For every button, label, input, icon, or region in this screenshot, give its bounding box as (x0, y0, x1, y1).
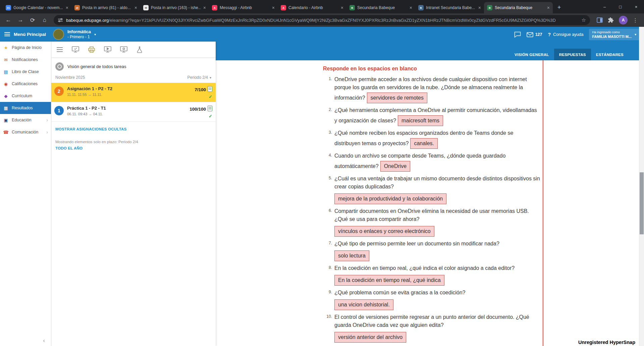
answer-box[interactable]: versión anterior del archivo (334, 332, 406, 343)
toolbar-presentation-play-icon[interactable] (104, 46, 111, 53)
sidebar-item-comunicacion[interactable]: ☎Comunicación› (0, 126, 51, 138)
home-button[interactable]: ⌂ (39, 14, 50, 26)
content-tab-2[interactable]: ESTÁNDARES (591, 49, 629, 60)
tab-close-icon[interactable]: × (547, 5, 550, 10)
tab-close-icon[interactable]: × (341, 5, 343, 10)
assignment-row[interactable]: 2Asignación 1 - P2 - T211.11. 11:55 → 11… (51, 83, 216, 102)
maximize-button[interactable]: □ (612, 0, 628, 13)
sidebar-item-label: Página de Inicio (12, 45, 48, 50)
forward-button[interactable]: → (15, 14, 26, 26)
tab-close-icon[interactable]: × (135, 5, 137, 10)
toolbar-test-check-icon[interactable] (72, 46, 79, 53)
hypersnap-watermark: Unregistered HyperSnap (578, 340, 635, 345)
question-body: ¿Qué herramienta complementa a OneDrive … (334, 106, 540, 126)
overview-all-tasks[interactable]: Visión general de todos tareas (51, 58, 216, 74)
answer-box[interactable]: servidores de remotes (367, 93, 427, 103)
browser-tab[interactable]: 31Google Calendar - novem...× (3, 2, 71, 13)
browser-tab[interactable]: BSecundaria Babeque× (484, 2, 553, 13)
browser-tab[interactable]: MPosta in arrivo (163) - ishe...× (140, 2, 209, 13)
assignment-dates: 06.11. 09:43 → 04.11. (67, 112, 186, 116)
sidebar-collapse-button[interactable]: ‹ (43, 337, 45, 344)
bookmark-star-icon[interactable]: ☆ (582, 17, 586, 23)
tab-title: Messaggi - Airbnb (220, 5, 270, 10)
question-number: 7. (323, 240, 332, 261)
answer-box[interactable]: vínculos o enlaces y correo electrónico (334, 226, 434, 237)
scrollbar-thumb[interactable] (640, 172, 644, 234)
question: 10.El control de versiones permite regre… (323, 313, 540, 343)
user-text: Ha ingresado como FAMILIA MASOTTI M... (592, 30, 632, 39)
envelope-icon (527, 32, 533, 37)
tab-close-icon[interactable]: × (478, 5, 481, 10)
toolbar-flask-icon[interactable] (136, 46, 143, 53)
class-avatar (53, 29, 64, 40)
sidebar-item-resultados[interactable]: ▦Resultados (0, 102, 51, 114)
question: 1.OneDrive permite acceder a los archivo… (323, 75, 540, 103)
page-scrollbar[interactable] (639, 27, 644, 346)
answer-box[interactable]: una vicion dehistorial. (334, 299, 393, 310)
help-button[interactable]: ? Consigue ayuda (548, 32, 584, 37)
user-menu[interactable]: Ha ingresado como FAMILIA MASOTTI M... ▾ (589, 29, 639, 41)
toolbar-video-icon[interactable] (120, 46, 127, 53)
airbnb-icon: A (281, 5, 286, 10)
show-hidden-assignments-link[interactable]: MOSTRAR ASIGNACIONES OCULTAS (55, 127, 211, 131)
answer-box[interactable]: canales. (410, 138, 438, 149)
url-text[interactable]: babeque.edupage.org/elearning/?eqa=Y21kP… (66, 18, 579, 23)
minimize-button[interactable]: – (597, 0, 612, 13)
back-button[interactable]: ← (3, 14, 14, 26)
toolbar-menu-icon[interactable] (56, 47, 63, 52)
browser-tab[interactable]: BSecundaria Babeque× (346, 2, 415, 13)
answer-box[interactable]: maicresoft tems (398, 115, 443, 126)
answer-box[interactable]: En la coedición en tiempo real, ¿qué ind… (334, 275, 444, 286)
question-body: ¿Qué nombre reciben los espacios organiz… (334, 129, 540, 149)
extensions-puzzle-icon[interactable] (608, 17, 614, 23)
browser-tab[interactable]: @Posta in arrivo (81) - aldo...× (71, 2, 140, 13)
all-year-link[interactable]: TODO EL AÑO (55, 146, 211, 150)
new-tab-button[interactable]: + (555, 3, 564, 12)
assignment-row[interactable]: 1Práctica 1 - P2 - T106.11. 09:43 → 04.1… (51, 102, 216, 122)
sidebar-item-pagina-de-inicio[interactable]: ★Página de Inicio (0, 42, 51, 54)
main-menu-label: Menú Principal (14, 32, 46, 37)
test-results-content: Responde en los espacios en blanco 1.One… (216, 60, 644, 346)
answer-line: En la coedición en tiempo real, ¿qué ind… (334, 274, 515, 286)
question: 7.¿Qué tipo de permiso permite leer un d… (323, 240, 540, 261)
tab-close-icon[interactable]: × (203, 5, 206, 10)
site-settings-icon[interactable] (58, 17, 63, 23)
content-tab-1[interactable]: RESPUESTAS (554, 49, 591, 60)
browser-profile-avatar[interactable]: A (619, 16, 628, 24)
content-tab-0[interactable]: VISIÓN GENERAL (509, 49, 554, 60)
tab-close-icon[interactable]: × (272, 5, 275, 10)
sidebar-item-libro-de-clase[interactable]: ▤Libro de Clase (0, 66, 51, 78)
main-menu-toggle[interactable]: Menú Principal (0, 27, 46, 42)
tab-close-icon[interactable]: × (410, 5, 412, 10)
airbnb-icon: A (212, 5, 217, 10)
chat-icon[interactable] (514, 32, 521, 38)
browser-menu-kebab-icon[interactable]: ⋮ (633, 17, 638, 23)
browser-tab[interactable]: BIntranet Secundaria Babe...× (415, 2, 484, 13)
reload-button[interactable]: ⟳ (27, 14, 38, 26)
question: 9.¿Qué problema común se evita gracias a… (323, 289, 540, 310)
period-selector[interactable]: Periodo 2/4 ▾ (187, 75, 211, 80)
answer-box[interactable]: OneDrive (380, 161, 411, 172)
browser-tab[interactable]: ACalendario - Airbnb× (278, 2, 346, 13)
mail-count-badge: 127 (535, 32, 542, 37)
question-number: 4. (323, 152, 332, 172)
content-header-strip: VISIÓN GENERALRESPUESTASESTÁNDARES (216, 42, 644, 60)
tab-close-icon[interactable]: × (66, 5, 68, 10)
sidebar-item-notificaciones[interactable]: ✉Notificaciones (0, 54, 51, 66)
sidebar-item-curriculum[interactable]: ◆Currículum (0, 90, 51, 102)
close-button[interactable]: × (628, 0, 644, 13)
assignment-list: 2Asignación 1 - P2 - T211.11. 11:55 → 11… (51, 83, 216, 122)
answer-box[interactable]: solo lectura (334, 250, 369, 261)
content-tab-bar: VISIÓN GENERALRESPUESTASESTÁNDARES (509, 49, 629, 60)
sidebar-item-educacion[interactable]: ▣Educación› (0, 114, 51, 126)
sidebar-item-calificaciones[interactable]: ◉Calificaciones (0, 78, 51, 90)
toolbar-printer-icon[interactable] (88, 46, 95, 53)
question-text: Cuando un archivo se comparte desde Team… (334, 153, 505, 169)
answer-box[interactable]: mejora de la productividad y la colabora… (334, 193, 446, 204)
question-number: 1. (323, 75, 332, 103)
course-selector[interactable]: Informática - Primero - 1 ▾ (53, 29, 96, 40)
side-panel-icon[interactable] (597, 17, 603, 23)
browser-tab[interactable]: AMessaggi - Airbnb× (209, 2, 278, 13)
url-bar[interactable]: babeque.edupage.org/elearning/?eqa=Y21kP… (54, 15, 590, 25)
messages-button[interactable]: 127 (527, 32, 542, 37)
